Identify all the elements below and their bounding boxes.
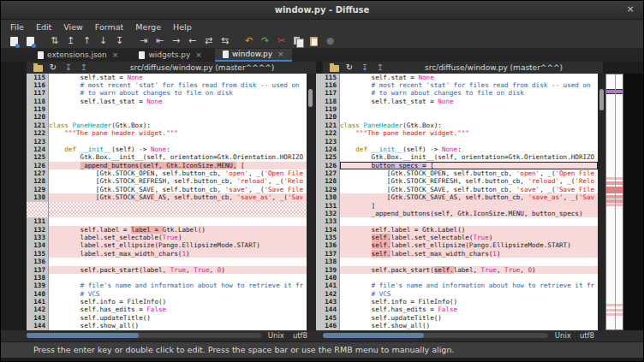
code-line[interactable]: [Gtk.STOCK_SAVE, self.button_cb, 'save',… (49, 186, 307, 193)
tab-window-py[interactable]: window.py× (215, 49, 292, 62)
code-line[interactable]: [Gtk.STOCK_REFRESH, self.button_cb, 'rel… (49, 177, 307, 185)
right-horizontal-scrollbar[interactable] (323, 333, 548, 338)
code-line[interactable]: # to warn about changes to file on disk (340, 89, 598, 97)
cut-icon[interactable]: ✂ (273, 34, 289, 48)
code-line[interactable]: # file's name and information about how … (49, 282, 307, 289)
realign-all-icon[interactable]: ⇅ (46, 34, 63, 48)
code-line[interactable]: """The pane header widget.""" (49, 129, 307, 137)
menu-item-format[interactable]: Format (89, 21, 129, 33)
tab-widgets-py[interactable]: widgets.py× (131, 49, 210, 62)
redo-icon[interactable]: ↷ (257, 34, 273, 48)
last-difference-icon[interactable]: ↧ (111, 34, 128, 48)
save-file-as-icon[interactable]: ↥ (76, 62, 92, 73)
code-line[interactable]: """The pane header widget.""" (340, 129, 598, 137)
first-difference-icon[interactable]: ↥ (63, 34, 79, 48)
code-line[interactable]: self.info = FileInfo() (49, 298, 307, 306)
left-horizontal-scrollbar[interactable] (27, 333, 261, 338)
code-line[interactable] (49, 217, 307, 225)
code-line[interactable]: self.label = label = Gtk.Label() (49, 226, 307, 234)
merge-from-right-then-left-icon[interactable]: ⇆ (217, 34, 233, 48)
code-line[interactable]: self.last_stat = None (340, 98, 598, 105)
code-line[interactable] (49, 138, 307, 145)
tab-close-icon[interactable]: × (112, 50, 119, 59)
reload-file-icon[interactable]: ↻ (342, 62, 357, 73)
code-line[interactable]: label.set_max_width_chars(1) (49, 250, 307, 258)
diff-gap[interactable] (49, 210, 307, 217)
code-line[interactable]: _append_buttons(self, Gtk.IconSize.MENU,… (49, 162, 307, 169)
open-file-icon[interactable] (326, 62, 342, 73)
code-line[interactable] (340, 258, 598, 265)
code-line[interactable]: self.label = Gtk.Label() (340, 226, 598, 234)
menu-item-merge[interactable]: Merge (129, 21, 167, 33)
undo-icon[interactable]: ↶ (241, 34, 257, 48)
code-line[interactable]: ] (340, 202, 598, 210)
left-hscroll-thumb[interactable] (27, 333, 139, 338)
save-file-icon[interactable]: ↧ (61, 62, 76, 73)
code-line[interactable]: self.stat = None (340, 74, 598, 81)
code-line[interactable] (340, 138, 598, 145)
code-line[interactable]: [Gtk.STOCK_SAVE, self.button_cb, 'save',… (340, 186, 598, 193)
code-line[interactable]: self.has_edits = False (49, 306, 307, 313)
code-line[interactable]: label.set_selectable(True) (49, 234, 307, 241)
code-line[interactable]: # most recent 'stat' for files read from… (49, 81, 307, 89)
code-line[interactable]: self.pack_start(label, True, True, 0) (49, 266, 307, 274)
code-line[interactable] (340, 217, 598, 225)
open-file-icon[interactable] (30, 62, 45, 73)
code-line[interactable] (340, 113, 598, 121)
right-hscroll-thumb[interactable] (323, 333, 424, 338)
code-line[interactable] (49, 258, 307, 265)
code-line[interactable]: self.pack_start(self.label, True, True, … (340, 266, 598, 274)
code-line[interactable]: # VCS (340, 290, 598, 298)
code-line[interactable] (340, 274, 598, 282)
new-2way-file-merge-icon[interactable] (6, 34, 22, 48)
menu-item-help[interactable]: Help (167, 21, 198, 33)
menu-item-edit[interactable]: Edit (30, 21, 57, 33)
copy-selection-right-icon[interactable]: → (168, 34, 184, 48)
code-line[interactable] (49, 105, 307, 113)
code-line[interactable]: [Gtk.STOCK_REFRESH, self.button_cb, 'rel… (340, 177, 598, 185)
code-line[interactable]: self.last_stat = None (49, 98, 307, 105)
left-vertical-scrollbar[interactable] (307, 74, 316, 330)
code-line[interactable]: [Gtk.STOCK_SAVE_AS, self.button_cb, 'sav… (49, 193, 307, 201)
code-line[interactable] (340, 105, 598, 113)
previous-difference-icon[interactable]: ↑ (79, 34, 95, 48)
code-line[interactable] (49, 274, 307, 282)
code-line[interactable]: self.updateTitle() (340, 314, 598, 322)
code-line[interactable]: button_specs = [ (340, 162, 598, 169)
diff-map[interactable] (605, 74, 623, 330)
code-line[interactable]: [Gtk.STOCK_SAVE_AS, self.button_cb, 'sav… (340, 193, 598, 201)
left-code-pane[interactable]: self.stat = None # most recent 'stat' fo… (49, 74, 307, 330)
code-line[interactable]: Gtk.Box.__init__(self, orientation=Gtk.O… (49, 153, 307, 161)
code-line[interactable]: def __init__(self) -> None: (49, 145, 307, 153)
paste-icon[interactable] (306, 34, 322, 48)
tab-close-icon[interactable]: × (195, 50, 202, 59)
code-line[interactable]: label.set_ellipsize(Pango.EllipsizeMode.… (49, 241, 307, 249)
code-line[interactable]: [Gtk.STOCK_OPEN, self.button_cb, 'open',… (49, 169, 307, 177)
code-line[interactable]: [Gtk.STOCK_OPEN, self.button_cb, 'open',… (340, 169, 598, 177)
code-line[interactable]: self.label.set_selectable(True) (340, 234, 598, 241)
code-line[interactable]: # to warn about changes to file on disk (49, 89, 307, 97)
right-vscroll-thumb[interactable] (599, 89, 604, 111)
copy-selection-left-icon[interactable]: ← (184, 34, 200, 48)
code-line[interactable]: self.updateTitle() (49, 314, 307, 322)
reload-file-icon[interactable]: ↻ (45, 62, 61, 73)
code-line[interactable]: def __init__(self) -> None: (340, 145, 598, 153)
right-code-pane[interactable]: self.stat = None # most recent 'stat' fo… (340, 74, 598, 330)
save-file-icon[interactable]: ↧ (357, 62, 373, 73)
shift-pane-right-icon[interactable]: ⇥ (135, 34, 152, 48)
code-line[interactable]: # file's name and information about how … (340, 282, 598, 289)
menu-item-file[interactable]: File (4, 21, 30, 33)
left-vscroll-thumb[interactable] (308, 89, 313, 107)
code-line[interactable]: class PaneHeader(Gtk.Box): (340, 122, 598, 129)
code-line[interactable]: self.stat = None (49, 74, 307, 81)
code-line[interactable]: self.label.set_ellipsize(Pango.Ellipsize… (340, 241, 598, 249)
code-line[interactable]: # VCS (49, 290, 307, 298)
save-file-as-icon[interactable]: ↥ (373, 62, 388, 73)
diff-gap[interactable] (49, 202, 307, 210)
right-vertical-scrollbar[interactable] (598, 74, 605, 330)
code-line[interactable]: # most recent 'stat' for files read from… (340, 81, 598, 89)
code-line[interactable]: Gtk.Box.__init__(self, orientation=Gtk.O… (340, 153, 598, 161)
new-3way-file-merge-icon[interactable] (22, 34, 39, 48)
tab-close-icon[interactable]: × (277, 50, 284, 58)
code-line[interactable]: self.info = FileInfo() (340, 298, 598, 306)
